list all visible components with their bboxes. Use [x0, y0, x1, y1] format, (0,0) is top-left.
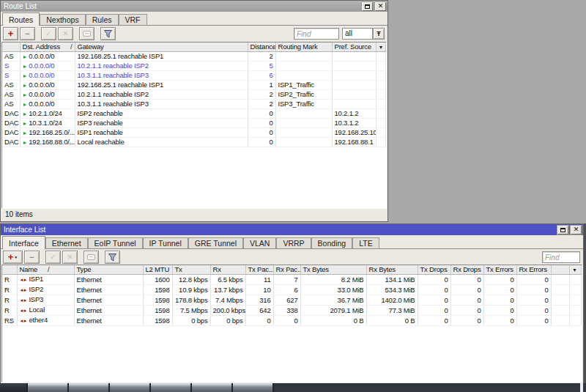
tab-label: GRE Tunnel	[195, 239, 237, 248]
taskbar-button[interactable]	[28, 383, 69, 392]
route-empty-cell	[376, 99, 386, 108]
column-header-flags[interactable]	[2, 42, 20, 51]
column-header-tx-errors[interactable]: Tx Errors	[483, 265, 516, 274]
route-empty-cell	[376, 51, 386, 61]
route-dst-address: ►0.0.0.0/0	[20, 80, 75, 89]
comment-button[interactable]	[79, 27, 94, 40]
tab-label: IP Tunnel	[149, 239, 182, 248]
taskbar-button[interactable]	[233, 383, 274, 392]
add-interface-button[interactable]: +▼	[3, 251, 23, 264]
route-list-tab[interactable]: Rules	[86, 14, 119, 25]
interface-list-tab[interactable]: EoIP Tunnel	[88, 237, 143, 248]
route-flags: AS	[2, 51, 20, 61]
column-header-rx-drops[interactable]: Rx Drops	[450, 265, 483, 274]
interface-row[interactable]: R ◄►ISP1 Ethernet 1600 12.8 kbps 6.5 kbp…	[2, 274, 582, 284]
interface-tx-errors: 0	[483, 284, 516, 295]
route-row[interactable]: AS ►0.0.0.0/0 192.168.25.1 reachable ISP…	[2, 80, 386, 89]
taskbar-button[interactable]	[110, 383, 151, 392]
interface-empty-cell	[551, 315, 570, 325]
taskbar-button[interactable]	[192, 383, 233, 392]
column-header-tx-drops[interactable]: Tx Drops	[418, 265, 450, 274]
column-header-distance[interactable]: Distance	[248, 42, 275, 51]
close-icon: ✕	[574, 226, 579, 233]
disable-interface-button[interactable]: ✕	[62, 251, 78, 264]
interface-list-tab[interactable]: GRE Tunnel	[188, 237, 243, 248]
column-options-button[interactable]: ▼	[570, 265, 582, 274]
interface-row[interactable]: R ◄►Local Ethernet 1598 7.5 Mbps 200.0 k…	[2, 305, 582, 315]
enable-route-button[interactable]: ✓	[41, 27, 56, 40]
remove-interface-button[interactable]: −	[24, 251, 40, 264]
interface-list-toolbar: +▼ − ✓ ✕	[1, 249, 583, 265]
interface-row[interactable]: RS ◄►ether4 Ethernet 1598 0 bps 0 bps 0 …	[2, 315, 582, 325]
column-header-tx[interactable]: Tx	[172, 265, 210, 274]
interface-list-titlebar[interactable]: Interface List ✕	[1, 224, 583, 235]
interface-type: Ethernet	[74, 315, 143, 325]
close-button[interactable]: ✕	[571, 226, 582, 234]
route-row[interactable]: AS ►0.0.0.0/0 192.168.25.1 reachable ISP…	[2, 51, 386, 61]
interface-find-input[interactable]	[542, 251, 580, 263]
enable-interface-button[interactable]: ✓	[45, 251, 61, 264]
column-header-rx-bytes[interactable]: Rx Bytes	[366, 265, 418, 274]
column-header-dst-address[interactable]: Dst. Address/	[20, 42, 75, 51]
disable-route-button[interactable]: ✕	[58, 27, 73, 40]
interface-list-tab[interactable]: Bonding	[311, 237, 353, 248]
route-row[interactable]: S ►0.0.0.0/0 10.2.1.1 reachable ISP2 5	[2, 61, 386, 70]
column-header-type[interactable]: Type	[74, 265, 143, 274]
interface-empty-cell	[570, 295, 582, 305]
column-header-routing-mark[interactable]: Routing Mark	[275, 42, 332, 51]
column-header-l2mtu[interactable]: L2 MTU	[143, 265, 172, 274]
interface-tx-packets: 11	[245, 274, 273, 284]
column-header-rx-errors[interactable]: Rx Errors	[516, 265, 551, 274]
interface-row[interactable]: R ◄►ISP3 Ethernet 1598 178.8 kbps 7.4 Mb…	[2, 295, 582, 305]
route-row[interactable]: DAC ►10.2.1.0/24 ISP2 reachable 0 10.2.1…	[2, 108, 386, 118]
remove-route-button[interactable]: −	[20, 27, 35, 40]
filter-button[interactable]	[105, 251, 120, 264]
column-header-gateway[interactable]: Gateway	[75, 42, 248, 51]
route-list-tab[interactable]: Nexthops	[40, 14, 85, 25]
route-filter-select[interactable]: all	[342, 28, 373, 40]
interface-empty-cell	[570, 284, 582, 295]
check-icon: ✓	[50, 254, 56, 261]
route-flag-icon: ►	[23, 121, 28, 126]
route-row[interactable]: AS ►0.0.0.0/0 10.3.1.1 reachable ISP3 2 …	[2, 99, 386, 108]
column-options-button[interactable]: ▼	[376, 42, 386, 51]
interface-list-tab[interactable]: Ethernet	[45, 237, 88, 248]
route-row[interactable]: DAC ►192.168.88.0/... Local reachable 0 …	[2, 137, 386, 147]
column-header-pref-source[interactable]: Pref. Source	[332, 42, 376, 51]
route-row[interactable]: DAC ►10.3.1.0/24 ISP3 reachable 0 10.3.1…	[2, 118, 386, 127]
restore-button[interactable]	[557, 226, 568, 234]
interface-list-tab[interactable]: IP Tunnel	[143, 237, 188, 248]
ethernet-interface-icon: ◄►	[20, 298, 27, 303]
taskbar-button[interactable]	[151, 383, 192, 392]
comment-button[interactable]	[84, 251, 99, 264]
close-button[interactable]: ✕	[375, 2, 386, 11]
interface-list-tab[interactable]: LTE	[352, 237, 379, 248]
column-header-rx-packets[interactable]: Rx Pac...	[273, 265, 300, 274]
tab-label: Ethernet	[52, 239, 81, 248]
column-header-tx-packets[interactable]: Tx Pac...	[245, 265, 273, 274]
column-header-name[interactable]: Name/	[17, 265, 74, 274]
interface-tx-packets: 316	[245, 295, 273, 305]
route-dst-address: ►10.2.1.0/24	[20, 108, 75, 118]
route-find-input[interactable]	[294, 28, 339, 40]
route-list-titlebar[interactable]: Route List ✕	[1, 1, 387, 12]
interface-list-tab[interactable]: Interface	[2, 236, 45, 249]
interface-rx-bytes: 534.3 MiB	[366, 284, 418, 295]
route-row[interactable]: S ►0.0.0.0/0 10.3.1.1 reachable ISP3 6	[2, 70, 386, 80]
route-list-tab[interactable]: Routes	[2, 12, 40, 26]
route-row[interactable]: DAC ►192.168.25.0/... ISP1 reachable 0 1…	[2, 127, 386, 137]
column-header-tx-bytes[interactable]: Tx Bytes	[300, 265, 366, 274]
add-route-button[interactable]: +	[3, 27, 18, 40]
interface-row[interactable]: R ◄►ISP2 Ethernet 1598 10.9 kbps 13.7 kb…	[2, 284, 582, 295]
route-dst-address: ►192.168.25.0/...	[20, 127, 75, 137]
route-filter-dropdown-button[interactable]: Ŧ	[373, 28, 385, 40]
interface-list-tab[interactable]: VRRP	[276, 237, 311, 248]
route-row[interactable]: AS ►0.0.0.0/0 10.2.1.1 reachable ISP2 2 …	[2, 89, 386, 99]
taskbar-button[interactable]	[69, 383, 110, 392]
interface-list-tab[interactable]: VLAN	[243, 237, 276, 248]
route-list-tab[interactable]: VRF	[119, 14, 147, 25]
restore-button[interactable]	[362, 2, 373, 11]
column-header-flags[interactable]	[2, 265, 17, 274]
column-header-rx[interactable]: Rx	[210, 265, 245, 274]
filter-button[interactable]	[100, 27, 116, 40]
